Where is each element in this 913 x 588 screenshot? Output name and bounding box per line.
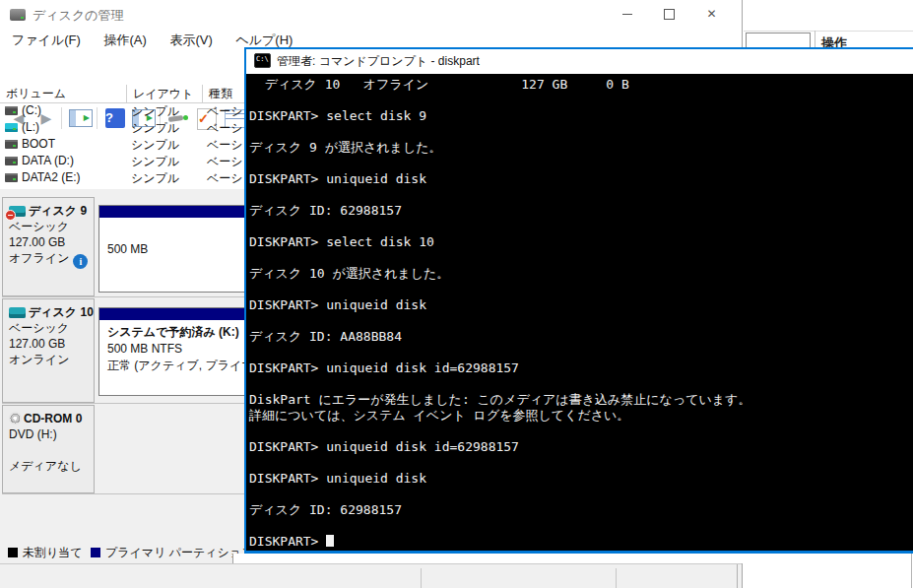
terminal-output[interactable]: ディスク 10 オフライン 127 GB 0 BDISKPART> select…: [246, 74, 913, 551]
terminal-line: DISKPART> uniqueid disk id=62988157: [249, 439, 913, 455]
cdrom-label-cell[interactable]: CD-ROM 0 DVD (H:) メディアなし: [2, 405, 95, 493]
terminal-line: DISKPART> select disk 9: [249, 108, 913, 124]
terminal-line: ディスク ID: 62988157: [249, 502, 913, 518]
cmd-window-title: 管理者: コマンドプロンプト - diskpart: [277, 49, 480, 74]
terminal-line: [249, 156, 913, 171]
terminal-line: [249, 93, 913, 108]
offline-badge-icon: [5, 210, 16, 221]
terminal-line: [249, 313, 913, 329]
terminal-line: [249, 282, 913, 297]
terminal-line: DISKPART> uniqueid disk: [249, 471, 913, 487]
dm-titlebar[interactable]: ディスクの管理: [0, 0, 742, 30]
screen: 操作 ディスクの管理 ファイル(F) 操作(A) 表示(V) ヘルプ(H): [0, 0, 913, 588]
column-header-layout[interactable]: レイアウト: [127, 85, 203, 102]
background-toolbar-divider: [744, 31, 913, 32]
legend-label: 未割り当て: [23, 546, 83, 559]
volume-icon: [5, 123, 18, 132]
menu-action[interactable]: 操作(A): [94, 30, 156, 51]
terminal-line: 詳細については、システム イベント ログを参照してください。: [249, 408, 913, 424]
menu-view[interactable]: 表示(V): [160, 30, 222, 51]
terminal-line: [249, 250, 913, 266]
terminal-line: [249, 424, 913, 439]
status-right-edge: [737, 564, 738, 588]
volume-name: DATA2 (E:): [22, 170, 81, 184]
disk-status: オフライン: [9, 251, 69, 265]
terminal-line: DISKPART>: [249, 534, 913, 550]
partition-size: 500 MB NTFS: [107, 342, 182, 356]
volume-layout: シンプル: [131, 137, 179, 154]
volume-name: (C:): [22, 103, 41, 117]
terminal-line: [249, 345, 913, 360]
terminal-line: DISKPART> uniqueid disk: [249, 171, 913, 187]
bottom-white-strip: [232, 554, 743, 563]
terminal-line: [249, 455, 913, 471]
status-bar: [0, 563, 742, 588]
terminal-line: [249, 376, 913, 392]
terminal-line: [249, 518, 913, 534]
volume-layout: シンプル: [131, 103, 179, 120]
cmd-window: 管理者: コマンドプロンプト - diskpart ディスク 10 オフライン …: [244, 47, 913, 554]
disk-size: 127.00 GB: [9, 337, 65, 351]
terminal-line: [249, 219, 913, 234]
partition-name: システムで予約済み (K:): [107, 325, 239, 339]
minimize-button[interactable]: [606, 1, 648, 28]
volume-layout: シンプル: [131, 170, 179, 187]
terminal-line: DiskPart にエラーが発生しました: このメディアは書き込み禁止になってい…: [249, 392, 913, 408]
maximize-button[interactable]: [648, 1, 690, 28]
volume-name: BOOT: [22, 137, 55, 151]
legend-color-swatch: [91, 548, 100, 557]
terminal-line: DISKPART> uniqueid disk id=62988157: [249, 360, 913, 376]
volume-name: (L:): [22, 120, 39, 134]
disk9-label-cell[interactable]: ディスク 9 ベーシック 127.00 GB オフライン: [2, 197, 95, 296]
terminal-line: ディスク 9 が選択されました。: [249, 140, 913, 156]
menu-file[interactable]: ファイル(F): [2, 30, 91, 51]
disk-kind: DVD (H:): [9, 427, 57, 441]
status-divider: [616, 568, 617, 588]
terminal-line: DISKPART> uniqueid disk: [249, 297, 913, 313]
cmd-titlebar[interactable]: 管理者: コマンドプロンプト - diskpart: [246, 49, 913, 74]
legend-unallocated: 未割り当て: [8, 545, 83, 561]
terminal-line: ディスク 10 が選択されました。: [249, 266, 913, 282]
disk10-label-cell[interactable]: ディスク 10 ベーシック 127.00 GB オンライン: [2, 298, 95, 403]
volume-icon: [5, 106, 18, 115]
terminal-line: ディスク 10 オフライン 127 GB 0 B: [249, 77, 913, 93]
disk-status: オンライン: [9, 353, 69, 366]
disk-management-icon: [10, 9, 26, 21]
disk-name: CD-ROM 0: [24, 412, 82, 425]
volume-name: DATA (D:): [22, 154, 74, 167]
terminal-line: [249, 187, 913, 203]
legend-color-swatch: [8, 548, 18, 557]
terminal-line: ディスク ID: 62988157: [249, 203, 913, 219]
disk-status: メディアなし: [9, 459, 82, 473]
close-button[interactable]: [690, 1, 733, 28]
disk-icon: [9, 307, 26, 318]
cmd-icon: [254, 53, 271, 68]
volume-icon: [5, 173, 18, 182]
column-header-volume[interactable]: ボリューム: [0, 85, 127, 102]
cd-rom-icon: [9, 412, 22, 425]
partition-size: 500 MB: [107, 242, 148, 256]
disk-size: 127.00 GB: [9, 235, 65, 249]
volume-layout: シンプル: [131, 154, 179, 170]
volume-layout: シンプル: [131, 120, 179, 137]
terminal-line: [249, 124, 913, 140]
dm-window-title: ディスクの管理: [33, 7, 124, 25]
background-pane-divider: [815, 31, 815, 47]
terminal-line: DISKPART> select disk 10: [249, 234, 913, 250]
terminal-line: ディスク ID: AA88BB84: [249, 329, 913, 345]
terminal-cursor: [326, 535, 334, 547]
background-window-right-edge: [911, 554, 912, 588]
disk-name: ディスク 9: [29, 204, 87, 218]
volume-icon: [5, 140, 18, 149]
legend-primary-partition: プライマリ パーティション: [91, 545, 253, 561]
legend-label: プライマリ パーティション: [105, 546, 253, 559]
disk-icon-offline: [9, 206, 26, 217]
info-icon[interactable]: [73, 254, 88, 269]
status-divider: [421, 568, 422, 588]
volume-icon: [5, 157, 18, 165]
disk-name: ディスク 10: [29, 305, 94, 319]
disk-kind: ベーシック: [9, 321, 69, 335]
disk-kind: ベーシック: [9, 220, 69, 233]
terminal-line: [249, 487, 913, 502]
